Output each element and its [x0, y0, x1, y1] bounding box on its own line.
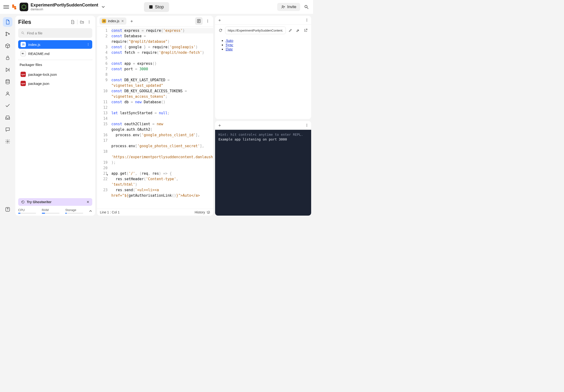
project-author: danlaush: [31, 8, 98, 11]
rail-chat[interactable]: [3, 125, 13, 134]
find-file-box[interactable]: [18, 28, 92, 38]
rail-files[interactable]: [3, 17, 13, 27]
project-title: ExperimentPortlySuddenContent: [31, 3, 98, 8]
webview-link[interactable]: Sync: [226, 43, 233, 47]
search-button[interactable]: [303, 4, 310, 10]
external-link-icon: [304, 28, 308, 32]
npm-badge-icon: npm: [21, 72, 26, 77]
history-icon: [206, 210, 210, 214]
help-icon: [5, 207, 10, 212]
svg-point-22: [88, 43, 88, 44]
invite-label: Invite: [287, 5, 296, 9]
console-output[interactable]: Hint: hit control+c anytime to enter REP…: [215, 130, 311, 216]
project-info[interactable]: ExperimentPortlySuddenContent danlaush: [31, 3, 98, 11]
main-layout: Files JS index.js: [0, 14, 313, 218]
svg-point-13: [7, 92, 8, 94]
rail-help[interactable]: [3, 205, 13, 214]
files-panel: Files JS index.js: [15, 16, 95, 216]
rail-database[interactable]: [3, 77, 13, 86]
new-file-button[interactable]: [69, 19, 76, 25]
docs-button[interactable]: [195, 17, 203, 25]
ghostwriter-banner[interactable]: Try Ghostwriter ✕: [18, 198, 92, 206]
svg-rect-10: [6, 58, 9, 59]
svg-point-20: [22, 32, 23, 33]
rail-settings[interactable]: [3, 137, 13, 146]
stat-cpu[interactable]: CPU: [18, 208, 36, 214]
svg-point-36: [307, 124, 307, 124]
svg-rect-0: [12, 4, 14, 6]
rail-debugger[interactable]: [3, 65, 13, 75]
search-icon: [21, 31, 25, 35]
replit-logo-icon[interactable]: [12, 4, 17, 10]
svg-point-25: [22, 201, 24, 203]
ghost-icon: [21, 200, 25, 204]
files-more-button[interactable]: [86, 19, 92, 25]
js-badge-icon: JS: [102, 19, 106, 23]
webview-link[interactable]: Date: [226, 47, 233, 51]
check-icon: [5, 103, 10, 108]
code-editor[interactable]: 123456789101112131415161718192021▼2223 c…: [97, 27, 213, 209]
rail-inbox[interactable]: [3, 113, 13, 122]
file-more-button[interactable]: [86, 43, 90, 46]
lock-icon: [5, 55, 10, 60]
hamburger-menu[interactable]: [3, 4, 9, 10]
code-body[interactable]: const express = require('express')const …: [110, 27, 213, 209]
rail-secrets[interactable]: [3, 53, 13, 63]
svg-rect-1: [12, 6, 16, 8]
tab-close[interactable]: ✕: [121, 19, 124, 23]
svg-point-23: [88, 44, 88, 45]
editor-statusbar: Line 1 : Col 1 History: [97, 209, 213, 216]
edit-button[interactable]: [287, 27, 293, 33]
search-icon: [304, 4, 309, 9]
console-new-tab[interactable]: ＋: [218, 122, 222, 128]
rail-tests[interactable]: [3, 101, 13, 111]
history-button[interactable]: History: [194, 210, 210, 214]
rail-user[interactable]: [3, 89, 13, 98]
file-name: README.md: [28, 52, 49, 56]
cursor-position[interactable]: Line 1 : Col 1: [100, 210, 120, 214]
url-bar[interactable]: https://ExperimentPortlySuddenContent.: [225, 27, 286, 34]
file-row-package-json[interactable]: npm package.json: [18, 79, 92, 88]
new-tab-button[interactable]: ＋: [129, 18, 135, 24]
inbox-icon: [5, 115, 10, 120]
play-skip-icon: [5, 67, 10, 72]
editor-more-button[interactable]: [205, 18, 211, 24]
stat-ram[interactable]: RAM: [42, 208, 60, 214]
svg-point-19: [89, 23, 89, 23]
svg-point-16: [7, 210, 8, 211]
rail-packages[interactable]: [3, 41, 13, 51]
new-folder-button[interactable]: [79, 19, 85, 25]
tab-index-js[interactable]: JS index.js ✕: [99, 17, 126, 25]
stop-button[interactable]: Stop: [144, 2, 169, 12]
webview-new-tab[interactable]: ＋: [218, 17, 222, 23]
line-gutter: 123456789101112131415161718192021▼2223: [97, 27, 110, 209]
svg-point-24: [88, 45, 88, 46]
stop-label: Stop: [155, 4, 164, 10]
find-file-input[interactable]: [27, 31, 89, 35]
js-badge-icon: JS: [21, 42, 26, 47]
webview-more[interactable]: [305, 18, 309, 22]
open-external-button[interactable]: [303, 27, 309, 33]
file-row-package-lock[interactable]: npm package-lock.json: [18, 70, 92, 79]
webview-link[interactable]: Auto: [226, 39, 233, 42]
separator: [18, 60, 92, 60]
tab-label: index.js: [108, 19, 119, 23]
stats-expand[interactable]: [89, 209, 92, 213]
console-more[interactable]: [305, 123, 309, 127]
chat-icon: [5, 127, 10, 132]
svg-point-33: [307, 19, 307, 19]
project-dropdown-caret[interactable]: [102, 5, 105, 9]
stat-storage[interactable]: Storage: [65, 208, 83, 214]
topbar: ExperimentPortlySuddenContent danlaush S…: [0, 0, 313, 14]
svg-point-31: [207, 21, 208, 21]
svg-point-9: [8, 33, 10, 35]
file-row-index-js[interactable]: JS index.js: [18, 40, 92, 49]
devtools-button[interactable]: [295, 27, 301, 33]
reload-button[interactable]: [218, 27, 224, 33]
file-row-readme[interactable]: M↓ README.md: [18, 49, 92, 58]
ghostwriter-close[interactable]: ✕: [86, 200, 89, 204]
rail-version-control[interactable]: [3, 29, 13, 39]
editor-panel: JS index.js ✕ ＋ 123456789101112131415161…: [97, 16, 213, 216]
git-branch-icon: [5, 31, 10, 37]
invite-button[interactable]: Invite: [277, 3, 300, 11]
